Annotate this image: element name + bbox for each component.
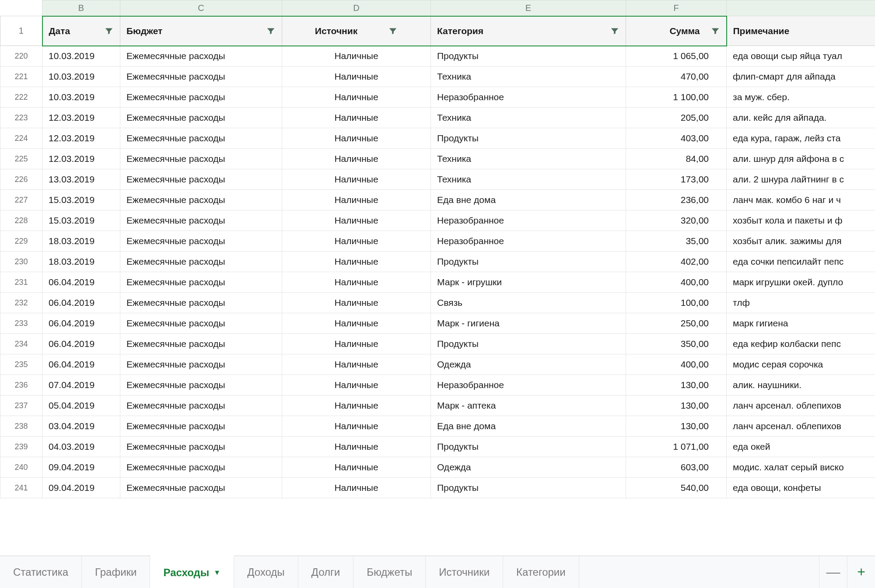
cell-budget[interactable]: Ежемесячные расходы [120, 354, 282, 375]
col-letter-F[interactable]: F [626, 0, 727, 16]
row-number[interactable]: 227 [0, 190, 42, 210]
row-number[interactable]: 238 [0, 416, 42, 437]
cell-date[interactable]: 03.04.2019 [42, 416, 120, 437]
row-number[interactable]: 228 [0, 210, 42, 231]
cell-budget[interactable]: Ежемесячные расходы [120, 478, 282, 498]
cell-note[interactable]: еда сочки пепсилайт пепс [727, 252, 875, 272]
cell-budget[interactable]: Ежемесячные расходы [120, 252, 282, 272]
cell-amount[interactable]: 250,00 [626, 313, 727, 334]
filter-icon[interactable] [388, 26, 398, 36]
row-number[interactable]: 241 [0, 478, 42, 498]
row-number[interactable]: 225 [0, 149, 42, 169]
cell-date[interactable]: 13.03.2019 [42, 169, 120, 190]
cell-date[interactable]: 04.03.2019 [42, 437, 120, 457]
cell-note[interactable]: модис серая сорочка [727, 354, 875, 375]
cell-note[interactable]: еда кура, гараж, лейз ста [727, 128, 875, 149]
cell-category[interactable]: Марк - аптека [431, 396, 626, 416]
row-number-1[interactable]: 1 [0, 16, 42, 46]
row-number[interactable]: 223 [0, 108, 42, 128]
cell-category[interactable]: Неразобранное [431, 231, 626, 252]
cell-category[interactable]: Связь [431, 293, 626, 313]
select-all-corner[interactable] [0, 0, 42, 16]
cell-date[interactable]: 06.04.2019 [42, 272, 120, 293]
filter-icon[interactable] [104, 26, 114, 36]
cell-amount[interactable]: 130,00 [626, 375, 727, 396]
row-number[interactable]: 237 [0, 396, 42, 416]
cell-note[interactable]: ланч мак. комбо 6 наг и ч [727, 190, 875, 210]
header-category[interactable]: Категория [431, 16, 626, 46]
cell-source[interactable]: Наличные [282, 190, 431, 210]
cell-date[interactable]: 10.03.2019 [42, 46, 120, 66]
row-number[interactable]: 234 [0, 334, 42, 354]
cell-amount[interactable]: 603,00 [626, 457, 727, 478]
cell-amount[interactable]: 1 065,00 [626, 46, 727, 66]
cell-source[interactable]: Наличные [282, 313, 431, 334]
cell-note[interactable]: алик. наушники. [727, 375, 875, 396]
cell-category[interactable]: Техника [431, 66, 626, 87]
cell-budget[interactable]: Ежемесячные расходы [120, 169, 282, 190]
row-number[interactable]: 231 [0, 272, 42, 293]
row-number[interactable]: 232 [0, 293, 42, 313]
cell-note[interactable]: флип-смарт для айпада [727, 66, 875, 87]
cell-note[interactable]: еда овощи, конфеты [727, 478, 875, 498]
cell-amount[interactable]: 173,00 [626, 169, 727, 190]
cell-source[interactable]: Наличные [282, 416, 431, 437]
tabs-overflow-button[interactable]: — [819, 556, 847, 588]
row-number[interactable]: 226 [0, 169, 42, 190]
row-number[interactable]: 235 [0, 354, 42, 375]
cell-date[interactable]: 06.04.2019 [42, 354, 120, 375]
cell-amount[interactable]: 402,00 [626, 252, 727, 272]
cell-source[interactable]: Наличные [282, 375, 431, 396]
col-letter-E[interactable]: E [431, 0, 626, 16]
cell-source[interactable]: Наличные [282, 46, 431, 66]
cell-note[interactable]: еда овощи сыр яйца туал [727, 46, 875, 66]
cell-date[interactable]: 05.04.2019 [42, 396, 120, 416]
cell-budget[interactable]: Ежемесячные расходы [120, 87, 282, 108]
sheet-tab[interactable]: Категории [503, 556, 579, 588]
cell-source[interactable]: Наличные [282, 252, 431, 272]
cell-source[interactable]: Наличные [282, 437, 431, 457]
row-number[interactable]: 221 [0, 66, 42, 87]
cell-category[interactable]: Продукты [431, 334, 626, 354]
cell-note[interactable]: марк гигиена [727, 313, 875, 334]
cell-note[interactable]: тлф [727, 293, 875, 313]
cell-source[interactable]: Наличные [282, 334, 431, 354]
row-number[interactable]: 224 [0, 128, 42, 149]
cell-amount[interactable]: 205,00 [626, 108, 727, 128]
sheet-tab[interactable]: Доходы [234, 556, 298, 588]
cell-note[interactable]: ланч арсенал. облепихов [727, 396, 875, 416]
cell-source[interactable]: Наличные [282, 457, 431, 478]
cell-amount[interactable]: 320,00 [626, 210, 727, 231]
cell-note[interactable]: хозбыт кола и пакеты и ф [727, 210, 875, 231]
cell-source[interactable]: Наличные [282, 478, 431, 498]
cell-category[interactable]: Техника [431, 169, 626, 190]
cell-date[interactable]: 18.03.2019 [42, 231, 120, 252]
cell-date[interactable]: 06.04.2019 [42, 313, 120, 334]
row-number[interactable]: 220 [0, 46, 42, 66]
cell-category[interactable]: Техника [431, 149, 626, 169]
cell-date[interactable]: 12.03.2019 [42, 108, 120, 128]
cell-budget[interactable]: Ежемесячные расходы [120, 396, 282, 416]
cell-source[interactable]: Наличные [282, 108, 431, 128]
row-number[interactable]: 229 [0, 231, 42, 252]
caret-down-icon[interactable]: ▼ [214, 569, 220, 577]
cell-source[interactable]: Наличные [282, 272, 431, 293]
cell-budget[interactable]: Ежемесячные расходы [120, 416, 282, 437]
cell-note[interactable]: за муж. сбер. [727, 87, 875, 108]
cell-note[interactable]: али. кейс для айпада. [727, 108, 875, 128]
row-number[interactable]: 222 [0, 87, 42, 108]
cell-amount[interactable]: 1 071,00 [626, 437, 727, 457]
col-letter-G[interactable] [727, 0, 875, 16]
cell-amount[interactable]: 400,00 [626, 354, 727, 375]
cell-amount[interactable]: 100,00 [626, 293, 727, 313]
cell-date[interactable]: 06.04.2019 [42, 334, 120, 354]
cell-amount[interactable]: 130,00 [626, 396, 727, 416]
sheet-tab[interactable]: Долги [298, 556, 354, 588]
cell-category[interactable]: Продукты [431, 46, 626, 66]
col-letter-D[interactable]: D [282, 0, 431, 16]
cell-budget[interactable]: Ежемесячные расходы [120, 293, 282, 313]
cell-category[interactable]: Одежда [431, 457, 626, 478]
cell-category[interactable]: Марк - гигиена [431, 313, 626, 334]
cell-category[interactable]: Одежда [431, 354, 626, 375]
row-number[interactable]: 239 [0, 437, 42, 457]
